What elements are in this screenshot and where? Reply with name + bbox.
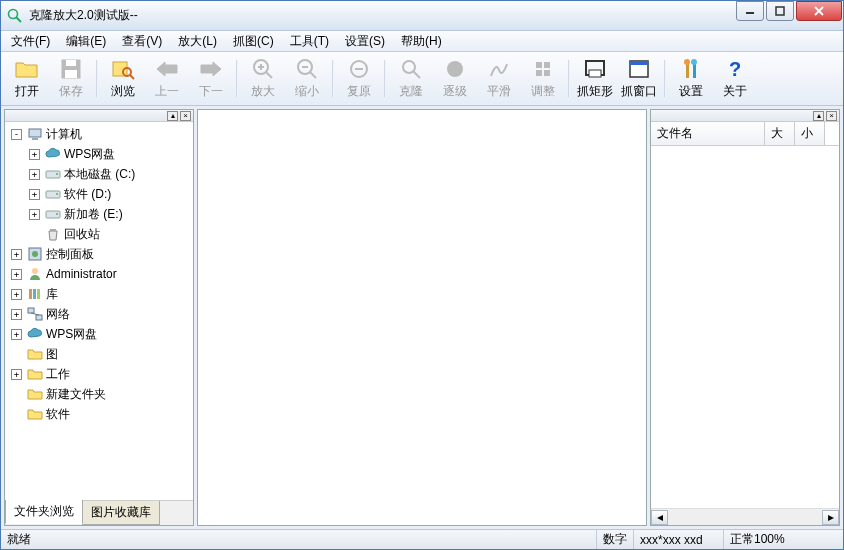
- tree-expander[interactable]: +: [11, 269, 22, 280]
- svg-rect-50: [33, 289, 36, 299]
- tree-expander[interactable]: +: [11, 309, 22, 320]
- toolbar-label: 下一: [199, 83, 223, 100]
- folder-tree[interactable]: -计算机+WPS网盘+本地磁盘 (C:)+软件 (D:)+新加卷 (E:)回收站…: [5, 122, 193, 500]
- tree-label: 计算机: [46, 126, 82, 143]
- tree-label: 回收站: [64, 226, 100, 243]
- tree-node[interactable]: +WPS网盘: [7, 144, 191, 164]
- file-list-body[interactable]: [651, 146, 839, 508]
- toolbar-open-button[interactable]: 打开: [5, 54, 49, 103]
- about-icon: ?: [724, 57, 746, 81]
- tree-label: 控制面板: [46, 246, 94, 263]
- toolbar-label: 关于: [723, 83, 747, 100]
- tree-label: 库: [46, 286, 58, 303]
- scroll-track[interactable]: [668, 510, 822, 525]
- tree-node[interactable]: 图: [7, 344, 191, 364]
- tab-1[interactable]: 图片收藏库: [82, 501, 160, 525]
- menu-0[interactable]: 文件(F): [3, 31, 58, 52]
- toolbar-zoomin-button: 放大: [241, 54, 285, 103]
- svg-rect-43: [46, 211, 60, 218]
- tree-expander[interactable]: +: [11, 369, 22, 380]
- tree-node[interactable]: +新加卷 (E:): [7, 204, 191, 224]
- tree-expander[interactable]: +: [11, 249, 22, 260]
- menu-7[interactable]: 帮助(H): [393, 31, 450, 52]
- adjust-icon: [533, 57, 553, 81]
- network-icon: [27, 306, 43, 322]
- panel-close-button[interactable]: ×: [180, 111, 191, 121]
- minimize-button[interactable]: [736, 1, 764, 21]
- status-zoom: 正常100%: [723, 530, 843, 549]
- maximize-button[interactable]: [766, 1, 794, 21]
- menu-3[interactable]: 放大(L): [170, 31, 225, 52]
- svg-rect-31: [630, 61, 648, 65]
- toolbar-separator: [332, 60, 334, 97]
- svg-rect-37: [29, 129, 41, 137]
- toolbar-capwin-button[interactable]: 抓窗口: [617, 54, 661, 103]
- statusbar: 就绪 数字 xxx*xxx xxd 正常100%: [1, 529, 843, 549]
- scroll-left-button[interactable]: ◂: [651, 510, 668, 525]
- tree-label: WPS网盘: [46, 326, 97, 343]
- tree-node[interactable]: +Administrator: [7, 264, 191, 284]
- tree-expander[interactable]: +: [11, 289, 22, 300]
- status-numlock: 数字: [596, 530, 633, 549]
- toolbar-browse-button[interactable]: 浏览: [101, 54, 145, 103]
- svg-line-54: [31, 313, 39, 315]
- tab-0[interactable]: 文件夹浏览: [5, 500, 83, 524]
- svg-rect-45: [50, 229, 56, 231]
- tree-expander[interactable]: -: [11, 129, 22, 140]
- column-header-2[interactable]: 小: [795, 122, 825, 145]
- tree-node[interactable]: +库: [7, 284, 191, 304]
- column-header-0[interactable]: 文件名: [651, 122, 765, 145]
- horizontal-scrollbar[interactable]: ◂ ▸: [651, 508, 839, 525]
- panel-dock-button[interactable]: ▴: [813, 111, 824, 121]
- svg-rect-25: [544, 62, 550, 68]
- svg-rect-41: [46, 191, 60, 198]
- menu-4[interactable]: 抓图(C): [225, 31, 282, 52]
- menu-1[interactable]: 编辑(E): [58, 31, 114, 52]
- tree-node[interactable]: +控制面板: [7, 244, 191, 264]
- tree-expander[interactable]: +: [29, 169, 40, 180]
- hand-left-icon: [155, 57, 179, 81]
- toolbar: 打开保存浏览上一下一放大缩小复原克隆逐级平滑调整抓矩形抓窗口设置?关于: [1, 52, 843, 106]
- cloud-icon: [45, 146, 61, 162]
- tree-node[interactable]: +工作: [7, 364, 191, 384]
- capture-rect-icon: [584, 57, 606, 81]
- tree-node[interactable]: +本地磁盘 (C:): [7, 164, 191, 184]
- svg-point-42: [56, 193, 58, 195]
- svg-rect-39: [46, 171, 60, 178]
- close-button[interactable]: [796, 1, 842, 21]
- toolbar-smooth-button: 平滑: [477, 54, 521, 103]
- tree-node[interactable]: 软件: [7, 404, 191, 424]
- tree-node[interactable]: +软件 (D:): [7, 184, 191, 204]
- svg-rect-27: [544, 70, 550, 76]
- scroll-right-button[interactable]: ▸: [822, 510, 839, 525]
- center-viewport[interactable]: [197, 109, 647, 526]
- settings-icon: [680, 57, 702, 81]
- svg-line-17: [310, 72, 316, 78]
- menu-2[interactable]: 查看(V): [114, 31, 170, 52]
- tree-node[interactable]: 回收站: [7, 224, 191, 244]
- app-icon: [7, 8, 23, 24]
- tree-node[interactable]: +网络: [7, 304, 191, 324]
- tree-expander: [11, 349, 22, 360]
- app-window: 克隆放大2.0测试版-- 文件(F)编辑(E)查看(V)放大(L)抓图(C)工具…: [0, 0, 844, 550]
- svg-line-13: [266, 72, 272, 78]
- tree-label: 新建文件夹: [46, 386, 106, 403]
- tree-node[interactable]: +WPS网盘: [7, 324, 191, 344]
- toolbar-settings-button[interactable]: 设置: [669, 54, 713, 103]
- tree-expander[interactable]: +: [29, 209, 40, 220]
- menu-5[interactable]: 工具(T): [282, 31, 337, 52]
- browse-icon: [111, 57, 135, 81]
- left-tabs: 文件夹浏览图片收藏库: [5, 500, 193, 525]
- toolbar-about-button[interactable]: ?关于: [713, 54, 757, 103]
- tree-expander[interactable]: +: [11, 329, 22, 340]
- column-header-1[interactable]: 大: [765, 122, 795, 145]
- tree-expander[interactable]: +: [29, 189, 40, 200]
- tree-expander[interactable]: +: [29, 149, 40, 160]
- panel-dock-button[interactable]: ▴: [167, 111, 178, 121]
- svg-rect-53: [36, 315, 42, 320]
- panel-close-button[interactable]: ×: [826, 111, 837, 121]
- tree-node[interactable]: -计算机: [7, 124, 191, 144]
- tree-node[interactable]: 新建文件夹: [7, 384, 191, 404]
- menu-6[interactable]: 设置(S): [337, 31, 393, 52]
- toolbar-caprect-button[interactable]: 抓矩形: [573, 54, 617, 103]
